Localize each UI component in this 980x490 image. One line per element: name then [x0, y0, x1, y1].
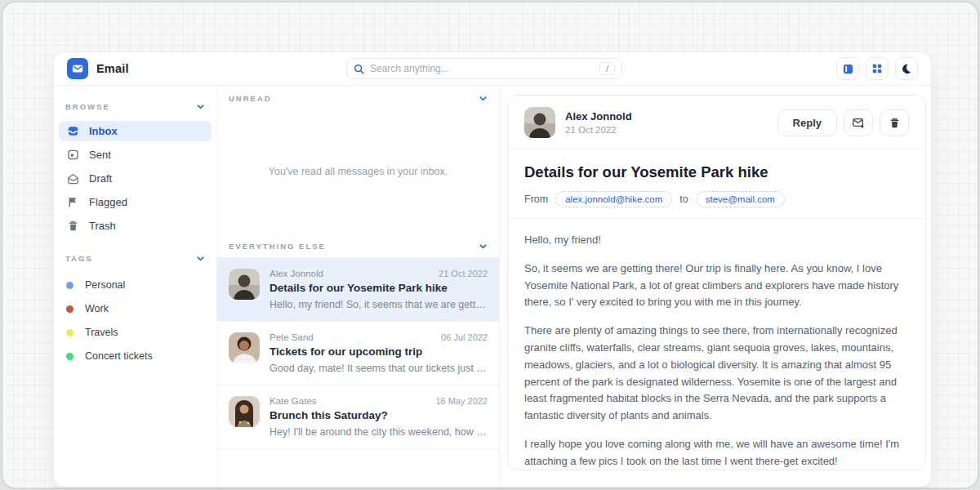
- sender-info: Alex Jonnold 21 Oct 2022: [565, 110, 768, 135]
- main-area: BROWSE Inbox: [54, 86, 931, 487]
- tag-item-personal[interactable]: Personal: [59, 274, 212, 296]
- tag-color-dot: [66, 353, 74, 360]
- email-subject: Details for our Yosemite Park hike: [270, 282, 488, 294]
- sidebar-item-label: Flagged: [89, 196, 127, 208]
- avatar: [524, 107, 555, 138]
- delete-button[interactable]: [880, 109, 909, 136]
- email-subject: Tickets for our upcoming trip: [270, 345, 488, 358]
- body-paragraph: Hello, my friend!: [524, 232, 909, 249]
- detail-date: 21 Oct 2022: [565, 125, 768, 135]
- browse-title: BROWSE: [65, 102, 110, 111]
- unread-section-header[interactable]: UNREAD: [217, 86, 499, 109]
- email-list-item-pete[interactable]: Pete Sand 06 Jul 2022 Tickets for our up…: [217, 321, 499, 385]
- app-logo: [67, 58, 88, 79]
- email-summary: Kate Gates 16 May 2022 Brunch this Satur…: [270, 396, 488, 438]
- dark-mode-button[interactable]: [895, 57, 918, 80]
- body-paragraph: There are plenty of amazing things to se…: [524, 323, 909, 425]
- inbox-icon: [66, 125, 79, 137]
- message-list-column: UNREAD You've read all messages in your …: [217, 86, 500, 487]
- from-label: From: [524, 194, 548, 205]
- detail-subject: Details for our Yosemite Park hike: [524, 163, 909, 181]
- header-actions: [836, 57, 918, 80]
- tag-label: Work: [85, 303, 109, 314]
- trash-icon: [889, 117, 901, 129]
- tag-label: Personal: [85, 279, 125, 291]
- to-label: to: [679, 194, 688, 205]
- detail-header: Alex Jonnold 21 Oct 2022 Reply: [524, 107, 909, 138]
- flag-icon: [66, 196, 79, 208]
- everything-else-title: EVERYTHING ELSE: [229, 242, 326, 251]
- sidebar: BROWSE Inbox: [54, 86, 217, 487]
- email-summary: Alex Jonnold 21 Oct 2022 Details for our…: [270, 269, 488, 310]
- divider: [508, 149, 925, 149]
- app-title: Email: [96, 62, 129, 75]
- email-preview: Good day, mate! It seems that our ticket…: [270, 363, 488, 374]
- sidebar-item-inbox[interactable]: Inbox: [59, 121, 212, 141]
- envelope-plus-icon: [852, 116, 865, 129]
- tags-section-header[interactable]: TAGS: [54, 246, 216, 270]
- avatar: [229, 396, 260, 427]
- email-date: 16 May 2022: [435, 396, 488, 406]
- sidebar-item-label: Sent: [89, 149, 111, 161]
- email-preview: Hello, my friend! So, it seems that we a…: [270, 299, 488, 310]
- body-paragraph: So, it seems we are getting there! Our t…: [524, 261, 909, 311]
- apps-grid-button[interactable]: [866, 57, 889, 80]
- avatar: [229, 332, 260, 363]
- tag-item-travels[interactable]: Travels: [59, 322, 212, 343]
- sidebar-item-flagged[interactable]: Flagged: [59, 192, 212, 212]
- email-list-item-alex[interactable]: Alex Jonnold 21 Oct 2022 Details for our…: [217, 257, 499, 321]
- from-email-pill[interactable]: alex.jonnold@hike.com: [555, 191, 672, 207]
- detail-sender-name: Alex Jonnold: [565, 110, 768, 122]
- email-detail-card: Alex Jonnold 21 Oct 2022 Reply: [507, 95, 926, 470]
- search-input[interactable]: [370, 63, 599, 74]
- search-icon: [354, 64, 364, 74]
- tag-color-dot: [66, 305, 74, 313]
- email-sender: Alex Jonnold: [270, 269, 323, 278]
- tag-label: Concert tickets: [85, 350, 153, 362]
- search-bar[interactable]: /: [346, 58, 622, 79]
- email-body: Hello, my friend! So, it seems we are ge…: [524, 232, 909, 470]
- email-date: 21 Oct 2022: [439, 269, 488, 278]
- tag-item-concert-tickets[interactable]: Concert tickets: [59, 345, 212, 367]
- draft-icon: [66, 172, 79, 185]
- from-to-row: From alex.jonnold@hike.com to steve@mail…: [524, 191, 909, 207]
- unread-empty-message: You've read all messages in your inbox.: [269, 166, 448, 177]
- avatar: [229, 269, 260, 300]
- envelope-icon: [72, 63, 83, 74]
- search-shortcut-key: /: [599, 62, 615, 75]
- unread-title: UNREAD: [229, 94, 272, 103]
- email-summary: Pete Sand 06 Jul 2022 Tickets for our up…: [270, 332, 488, 374]
- detail-actions: Reply: [777, 109, 909, 136]
- grid-icon: [871, 63, 883, 74]
- book-button[interactable]: [836, 57, 859, 80]
- sidebar-item-draft[interactable]: Draft: [59, 168, 212, 189]
- moon-icon: [901, 63, 912, 74]
- sidebar-item-sent[interactable]: Sent: [59, 145, 212, 165]
- tag-color-dot: [66, 282, 74, 289]
- unread-empty-state: You've read all messages in your inbox.: [217, 109, 499, 234]
- email-app-window: Email /: [53, 51, 932, 488]
- email-sender: Pete Sand: [270, 332, 314, 342]
- body-paragraph: I really hope you love coming along with…: [524, 436, 909, 470]
- chevron-down-icon: [479, 242, 488, 251]
- forward-button[interactable]: [844, 109, 873, 136]
- email-subject: Brunch this Saturday?: [270, 409, 488, 421]
- tag-item-work[interactable]: Work: [59, 298, 212, 319]
- to-email-pill[interactable]: steve@mail.com: [696, 191, 785, 207]
- sidebar-item-trash[interactable]: Trash: [59, 216, 212, 236]
- email-preview: Hey! I'll be around the city this weeken…: [270, 426, 488, 438]
- chevron-down-icon: [196, 102, 205, 111]
- email-date: 06 Jul 2022: [441, 332, 488, 342]
- divider: [508, 218, 925, 219]
- tag-label: Travels: [85, 327, 118, 338]
- sent-icon: [66, 149, 79, 161]
- browse-nav: Inbox Sent Draft: [54, 118, 216, 236]
- email-list-item-kate[interactable]: Kate Gates 16 May 2022 Brunch this Satur…: [217, 385, 499, 449]
- browse-section-header[interactable]: BROWSE: [54, 94, 216, 118]
- tags-title: TAGS: [65, 254, 93, 263]
- sidebar-item-label: Inbox: [89, 125, 118, 137]
- chevron-down-icon: [196, 254, 205, 263]
- book-icon: [842, 63, 854, 75]
- everything-else-section-header[interactable]: EVERYTHING ELSE: [217, 234, 499, 257]
- reply-button[interactable]: Reply: [777, 109, 837, 136]
